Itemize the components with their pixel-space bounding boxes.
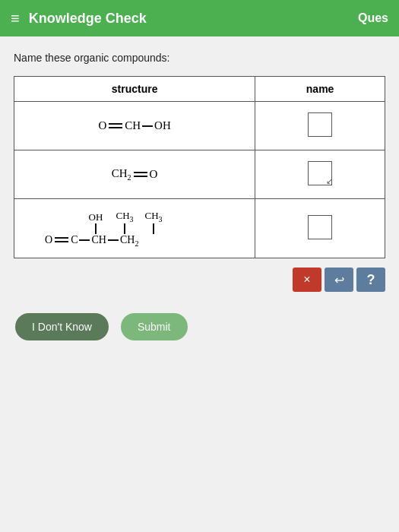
table-header-row: structure name: [14, 77, 385, 102]
answer-input-1[interactable]: [308, 112, 332, 137]
formula-3-main: O C CH CH2: [45, 234, 138, 248]
double-bond-1: [109, 121, 122, 131]
atom-C: C: [71, 234, 78, 246]
name-cell-3: [255, 199, 385, 258]
dont-know-button[interactable]: I Don't Know: [15, 313, 109, 340]
formula-3-wrap: OH CH3 CH3: [22, 210, 247, 247]
atom-OH: OH: [154, 119, 171, 132]
answer-input-2[interactable]: [308, 161, 332, 185]
single-bond-3a: [79, 239, 90, 241]
name-cell-2: [255, 150, 385, 199]
formula-1: O CH OH: [98, 119, 170, 132]
submit-button[interactable]: Submit: [121, 313, 188, 340]
hamburger-icon[interactable]: ≡: [11, 10, 20, 27]
label-CH3-2: CH3: [144, 210, 162, 223]
compound-table: structure name O CH OH: [14, 76, 385, 258]
atom-CH3-main: CH: [91, 234, 106, 246]
answer-input-3[interactable]: [308, 215, 332, 239]
table-row: CH2 O: [14, 150, 385, 199]
double-bond-3: [55, 235, 68, 245]
atom-CH2-main: CH2: [120, 234, 138, 248]
header-right-label: Ques: [358, 11, 388, 25]
single-bond-3b: [108, 239, 119, 241]
action-row: × ↩ ?: [14, 268, 385, 292]
page-title: Knowledge Check: [29, 11, 147, 27]
table-row: OH CH3 CH3: [14, 199, 385, 258]
label-CH3-1: CH3: [116, 210, 133, 223]
double-bond-2: [134, 169, 147, 180]
structure-cell-1: O CH OH: [14, 102, 255, 150]
structure-cell-3: OH CH3 CH3: [14, 199, 255, 258]
group-CH3-1: CH3: [110, 210, 139, 234]
main-content: Name these organic compounds: structure …: [0, 36, 399, 532]
prompt-text: Name these organic compounds:: [14, 52, 385, 64]
vbond-OH: [95, 223, 97, 234]
table-row: O CH OH: [14, 102, 385, 150]
atom-CH: CH: [125, 119, 141, 132]
app-header: ≡ Knowledge Check Ques: [0, 0, 399, 36]
atom-O3: O: [45, 234, 52, 246]
formula-2: CH2 O: [112, 167, 158, 182]
group-CH3-2: CH3: [139, 210, 168, 234]
col-header-name: name: [255, 77, 385, 102]
bottom-row: I Don't Know Submit: [14, 313, 385, 340]
single-bond-1: [142, 125, 153, 127]
vbond-CH3-2: [153, 223, 154, 234]
col-header-structure: structure: [14, 77, 255, 102]
atom-O: O: [98, 119, 106, 132]
atom-CH2: CH2: [112, 167, 131, 182]
vbond-CH3-1: [124, 223, 125, 234]
atom-O2: O: [150, 168, 158, 181]
name-cell-1: [255, 102, 385, 150]
header-left: ≡ Knowledge Check: [11, 10, 147, 27]
group-OH: OH: [81, 211, 110, 234]
formula-3-top: OH CH3 CH3: [45, 210, 168, 234]
help-button[interactable]: ?: [356, 268, 385, 292]
close-button[interactable]: ×: [293, 268, 321, 292]
structure-cell-2: CH2 O: [14, 150, 255, 199]
label-OH: OH: [89, 211, 103, 223]
undo-button[interactable]: ↩: [325, 268, 353, 292]
